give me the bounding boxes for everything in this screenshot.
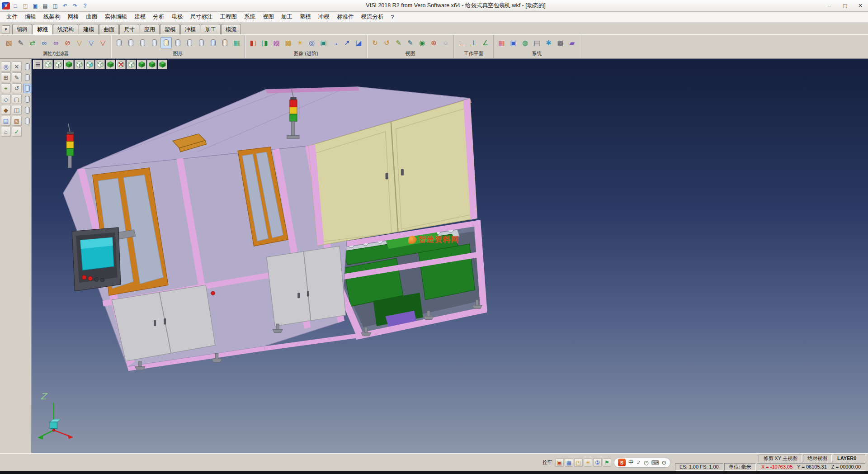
measure-icon[interactable]: ✎ [393,37,404,48]
render-shaded-icon[interactable]: ◧ [247,37,259,48]
minimize-button[interactable]: ─ [822,0,837,11]
database-orange-icon[interactable] [219,37,231,48]
save-icon[interactable]: ▣ [31,2,40,10]
display-cyl-4-button[interactable] [23,95,31,104]
solid-cylinder-1-icon[interactable] [113,37,125,48]
material-icon[interactable]: ▨ [271,37,282,48]
zoom-tool-icon[interactable]: ◎ [1,62,11,71]
solid-cylinder-7-icon[interactable] [196,37,207,48]
viewcube-iso3-button[interactable] [147,60,157,69]
solid-cylinder-2-icon[interactable] [125,37,137,48]
link-2-icon[interactable]: ∞ [50,37,61,48]
solid-cylinder-6-icon[interactable] [184,37,195,48]
ortho-toggle-icon[interactable]: ◳ [574,458,583,467]
menu-item-7[interactable]: 建模 [131,12,150,22]
viewcube-bottom-button[interactable] [106,60,115,69]
solid-cylinder-4-icon[interactable] [149,37,160,48]
app-logo-icon[interactable]: V [2,2,10,9]
layer-count-icon[interactable]: ② [593,458,602,467]
tab-11[interactable]: 模流 [221,24,241,34]
solid-cylinder-5-icon[interactable] [172,37,184,48]
unlink-icon[interactable]: ⊘ [62,37,73,48]
render-wireframe-icon[interactable]: ◨ [259,37,270,48]
monitor-icon[interactable]: ▣ [508,37,519,48]
ime-mic-icon[interactable]: ⊙ [662,460,666,466]
close-button[interactable]: ✕ [853,0,868,11]
view-mode-indicator[interactable]: 绝对视图 [803,455,832,462]
viewport-canvas[interactable]: Z 智造资料网 [32,59,868,453]
menu-item-5[interactable]: 曲面 [83,12,101,22]
tab-5[interactable]: 曲面 [99,24,119,34]
filter-icon[interactable]: ▽ [74,37,85,48]
open-file-icon[interactable]: ◰ [21,2,30,10]
check-tool-icon[interactable]: ✓ [12,127,22,137]
home-tool-icon[interactable]: ⌂ [1,127,11,137]
zoom-window-icon[interactable]: ◌ [440,37,451,48]
layers-tool-icon[interactable]: ▤ [1,116,11,126]
viewcube-top-button[interactable] [43,60,53,69]
rubik-icon[interactable]: ▦ [496,37,507,48]
menu-item-8[interactable]: 分析 [150,12,168,22]
attribute-edit-icon[interactable]: ✎ [15,37,26,48]
menu-item-14[interactable]: 加工 [278,12,296,22]
tab-dropdown-button[interactable]: ▼ [2,25,10,33]
camera-icon[interactable]: ◎ [306,37,317,48]
sketch-icon[interactable]: ✎ [12,72,22,82]
snap-toggle-icon[interactable]: ▣ [555,458,564,467]
snap-grid-icon[interactable]: ⊞ [1,72,11,82]
menu-item-6[interactable]: 实体编辑 [101,12,131,22]
tab-1[interactable]: 编辑 [12,24,32,34]
globe-icon[interactable]: ◍ [519,37,531,48]
slab-icon[interactable]: ▰ [566,37,578,48]
display-cyl-1-button[interactable] [23,62,31,71]
snapshot-icon[interactable]: ▣ [318,37,329,48]
viewcube-iso2-button[interactable] [137,60,146,69]
ime-clock-icon[interactable]: ◷ [644,460,648,466]
database-blue-icon[interactable] [208,37,219,48]
menu-item-11[interactable]: 工程图 [217,12,241,22]
dither-icon[interactable]: ▩ [555,37,566,48]
refresh-icon[interactable]: ↻ [369,37,381,48]
viewcube-reset-button[interactable] [127,60,136,69]
flag-toggle-icon[interactable]: ⚑ [603,458,611,467]
visibility-icon[interactable]: ◉ [416,37,428,48]
viewcube-front-button[interactable] [54,60,63,69]
viewcube-back-button[interactable] [95,60,105,69]
grid-toggle-icon[interactable]: ▦ [565,458,573,467]
menu-item-1[interactable]: 文件 [3,12,21,22]
ime-logo-icon[interactable]: S [618,459,626,466]
attribute-mask-icon[interactable]: ▧ [3,37,14,48]
menu-item-15[interactable]: 塑模 [296,12,315,22]
arrow-next-icon[interactable]: → [330,37,341,48]
tab-4[interactable]: 建模 [79,24,99,34]
ime-keyboard-icon[interactable]: ⌨ [651,460,659,466]
menu-item-19[interactable]: ? [387,13,398,21]
viewcube-menu-button[interactable] [33,60,42,69]
sheet-tool-icon[interactable]: ▢ [12,94,22,104]
maximize-button[interactable]: ▢ [837,0,853,11]
ime-check-icon[interactable]: ✓ [637,460,641,466]
menu-item-13[interactable]: 视图 [259,12,278,22]
filter-clear-icon[interactable]: ▽ [97,37,108,48]
mirror-tool-icon[interactable]: ◫ [12,105,22,115]
solid-cylinder-3-icon[interactable] [137,37,148,48]
refresh-all-icon[interactable]: ↺ [381,37,392,48]
redo-icon[interactable]: ↷ [71,2,80,10]
tab-8[interactable]: 塑模 [160,24,180,34]
new-file-icon[interactable]: □ [11,2,20,10]
link-1-icon[interactable]: ∞ [38,37,50,48]
menu-item-9[interactable]: 电极 [168,12,187,22]
move-tool-icon[interactable]: + [1,83,11,93]
menu-item-12[interactable]: 系统 [241,12,259,22]
display-cyl-5-button[interactable] [23,105,31,115]
menu-item-17[interactable]: 标准件 [333,12,358,22]
tab-2[interactable]: 标准 [33,24,52,34]
tab-6[interactable]: 尺寸 [119,24,139,34]
menu-item-10[interactable]: 尺寸标注 [187,12,217,22]
workplane-xy-icon[interactable]: ∟ [456,37,467,48]
solid-cylinder-active-icon[interactable] [160,37,172,48]
preview-icon[interactable]: ◫ [51,2,60,10]
workplane-align-icon[interactable]: ⊥ [468,37,479,48]
lighting-icon[interactable]: ☀ [294,37,306,48]
print-icon[interactable]: ▤ [41,2,50,10]
